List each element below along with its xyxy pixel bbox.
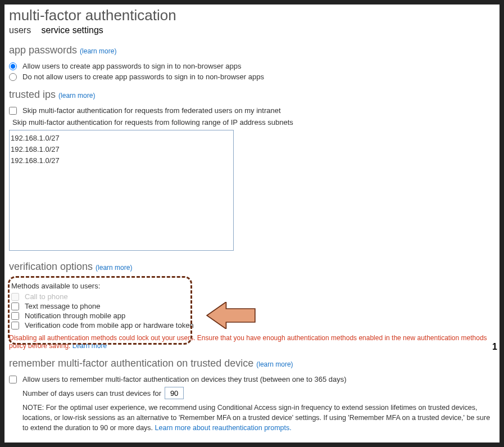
warning-learn-more[interactable]: Learn more [72, 342, 107, 350]
checkbox-app-notification[interactable] [11, 312, 19, 320]
verification-warning: Disabling all authentication methods cou… [9, 334, 495, 350]
label-skip-ranges: Skip multi-factor authentication for req… [12, 118, 495, 127]
trusted-ips-heading: trusted ips [9, 89, 56, 100]
app-passwords-learn-more[interactable]: (learn more) [80, 47, 116, 55]
label-app-code: Verification code from mobile app or har… [25, 321, 194, 329]
remember-note: NOTE: For the optimal user experience, w… [22, 403, 495, 433]
stray-mark: 1 [492, 342, 497, 352]
section-remember-mfa: remember multi-factor authentication on … [9, 358, 495, 369]
section-app-passwords: app passwords (learn more) [9, 44, 495, 56]
radio-allow-app-passwords[interactable] [9, 62, 17, 70]
trusted-ips-learn-more[interactable]: (learn more) [58, 92, 95, 100]
tab-users[interactable]: users [9, 25, 31, 35]
app-passwords-heading: app passwords [9, 44, 77, 56]
input-trust-days[interactable] [165, 387, 184, 399]
tab-service-settings[interactable]: service settings [42, 25, 103, 35]
annotation-arrow-icon [206, 302, 256, 329]
label-allow-app-passwords: Allow users to create app passwords to s… [22, 62, 241, 70]
methods-title: Methods available to users: [11, 282, 198, 290]
section-trusted-ips: trusted ips (learn more) [9, 89, 495, 101]
tabs: users service settings [9, 25, 495, 35]
page-title: multi-factor authentication [9, 7, 495, 24]
section-verification-options: verification options (learn more) [9, 261, 495, 273]
remember-heading: remember multi-factor authentication on … [9, 358, 253, 369]
label-remember-mfa: Allow users to remember multi-factor aut… [22, 375, 347, 383]
remember-learn-more[interactable]: (learn more) [256, 360, 293, 368]
label-skip-federated: Skip multi-factor authentication for req… [22, 106, 281, 115]
checkbox-remember-mfa[interactable] [9, 376, 17, 383]
checkbox-call-to-phone [11, 293, 19, 301]
label-call-to-phone: Call to phone [25, 292, 68, 301]
checkbox-text-to-phone[interactable] [11, 302, 19, 310]
checkbox-app-code[interactable] [11, 322, 19, 329]
label-trust-days: Number of days users can trust devices f… [22, 389, 161, 398]
methods-block: Methods available to users: Call to phon… [9, 278, 200, 332]
checkbox-skip-federated[interactable] [9, 107, 17, 115]
label-deny-app-passwords: Do not allow users to create app passwor… [22, 73, 264, 81]
label-text-to-phone: Text message to phone [25, 302, 100, 310]
verification-heading: verification options [9, 261, 93, 272]
note-learn-more[interactable]: Learn more about reauthentication prompt… [155, 424, 292, 432]
radio-deny-app-passwords[interactable] [9, 73, 17, 81]
verification-learn-more[interactable]: (learn more) [96, 264, 132, 272]
trusted-ip-textarea[interactable] [9, 130, 234, 251]
label-app-notification: Notification through mobile app [25, 311, 125, 320]
